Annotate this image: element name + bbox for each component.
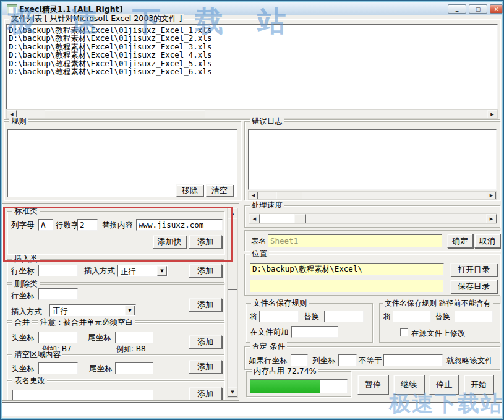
scroll-left-button[interactable]: ◀ xyxy=(249,214,260,223)
insert-mode-select[interactable]: 正行 ▼ xyxy=(117,265,168,277)
file-list-item[interactable]: D:\backup\教程素材\Excel\01jisuxz_Excel_2.xl… xyxy=(7,34,497,42)
dropdown-arrow-icon[interactable]: ▼ xyxy=(125,306,135,315)
hscroll-thumb[interactable] xyxy=(45,110,205,118)
speed-thumb[interactable] xyxy=(294,214,306,223)
merge-tail-input[interactable] xyxy=(115,332,153,343)
operations-vscrollbar[interactable]: ▲ ▼ xyxy=(227,208,238,398)
insert-row-input[interactable] xyxy=(38,265,78,276)
location-group-label: 位置 xyxy=(250,249,269,258)
vscroll-thumb[interactable] xyxy=(228,218,237,290)
clear-tail-input[interactable] xyxy=(115,362,153,374)
condition-value-input[interactable] xyxy=(383,354,443,366)
replace-input[interactable] xyxy=(455,311,493,322)
rules-clear-button[interactable]: 清空 xyxy=(206,184,233,197)
dropdown-arrow-icon[interactable]: ▼ xyxy=(157,266,167,276)
add-fast-button[interactable]: 添加快 xyxy=(153,235,186,249)
speed-slider[interactable]: ◀ ▶ xyxy=(249,213,497,224)
scroll-right-button[interactable]: ▶ xyxy=(487,192,496,199)
row-number-input[interactable] xyxy=(77,219,98,231)
rename-group: 表名更改 添加 xyxy=(7,380,224,401)
delete-group: 删除类 行坐标 插入方式 正行 ▼ 添加 xyxy=(7,284,224,321)
file-list-item[interactable]: D:\backup\教程素材\Excel\01jisuxz_Excel_1.xl… xyxy=(7,26,497,34)
clear-area-group-label: 清空区域内容 xyxy=(12,350,62,359)
scroll-left-button[interactable]: ◀ xyxy=(249,192,258,199)
rename-input[interactable] xyxy=(12,390,153,401)
delete-mode-value: 正行 xyxy=(53,306,68,317)
delete-mode-select[interactable]: 正行 ▼ xyxy=(49,304,136,317)
speed-group-label: 处理速度 xyxy=(250,201,284,210)
standard-group-label: 标准类 xyxy=(12,207,40,215)
delete-row-label: 行坐标 xyxy=(11,291,35,301)
merge-add-button[interactable]: 添加 xyxy=(189,335,222,349)
title-bar: Execl精灵1.1 [ALL Right] ▬ ▢ ✕ xyxy=(2,2,502,15)
file-list-item[interactable]: D:\backup\教程素材\Excel\01jisuxz_Excel_3.xl… xyxy=(7,43,497,51)
insert-mode-label: 插入方式 xyxy=(84,266,115,276)
arrow-up-icon: ▲ xyxy=(231,211,234,216)
rules-remove-button[interactable]: 移除 xyxy=(176,184,203,197)
col-letter-input[interactable] xyxy=(38,219,53,231)
clear-head-input[interactable] xyxy=(38,362,78,374)
row-number-label: 行数字 xyxy=(56,220,79,231)
condition-col-input[interactable] xyxy=(338,354,357,366)
replace-content-input[interactable] xyxy=(136,219,223,231)
delete-add-button[interactable]: 添加 xyxy=(189,298,222,312)
minimize-button[interactable]: ▬ xyxy=(448,4,466,14)
hscroll-thumb[interactable] xyxy=(276,192,302,199)
save-dir-input[interactable] xyxy=(250,280,444,293)
error-log-group-label: 错误日志 xyxy=(250,117,284,126)
cancel-button[interactable]: 取消 xyxy=(474,234,500,248)
pause-button[interactable]: 暂停 xyxy=(357,375,388,395)
close-button[interactable]: ✕ xyxy=(490,4,503,14)
memory-label: 内存占用 72.74% xyxy=(252,367,318,375)
col-label: 列坐标 xyxy=(312,356,336,366)
merge-head-input[interactable] xyxy=(38,332,78,343)
sheet-name-frame: 表名 确定 取消 xyxy=(244,230,500,251)
insert-add-button[interactable]: 添加 xyxy=(189,264,222,278)
will-input[interactable] xyxy=(259,311,299,322)
replace-input[interactable] xyxy=(324,311,364,322)
error-log-hscrollbar[interactable]: ◀ ▶ xyxy=(248,191,497,200)
clear-area-add-button[interactable]: 添加 xyxy=(189,360,222,374)
ok-button[interactable]: 确定 xyxy=(447,234,473,248)
sheet-name-label: 表名 xyxy=(251,236,267,247)
standard-add-button[interactable]: 添加 xyxy=(189,235,222,249)
scroll-up-button[interactable]: ▲ xyxy=(228,208,237,218)
open-dir-button[interactable]: 打开目录 xyxy=(450,263,497,276)
speed-group: 处理速度 ◀ ▶ xyxy=(244,205,500,228)
rules-group-label: 规则 xyxy=(9,117,28,126)
scroll-down-button[interactable]: ▼ xyxy=(228,387,237,397)
error-log-list[interactable] xyxy=(248,129,497,190)
if-row-label: 如果行坐标 xyxy=(249,356,288,366)
save-dir-button[interactable]: 保存目录 xyxy=(450,280,497,293)
merge-tail-label: 尾坐标 xyxy=(88,333,111,343)
merge-tail-hint: 例如: B8 xyxy=(116,344,146,354)
arrow-right-icon: ▶ xyxy=(490,112,493,117)
modify-source-checkbox[interactable] xyxy=(400,328,408,336)
open-dir-input[interactable] xyxy=(250,263,444,276)
scroll-right-button[interactable]: ▶ xyxy=(486,214,497,223)
rename-add-button[interactable]: 添加 xyxy=(189,387,222,401)
resume-button[interactable]: 继续 xyxy=(393,375,424,395)
speed-track-page[interactable] xyxy=(260,214,294,223)
will-input[interactable] xyxy=(393,311,431,322)
merge-group-label: 合并 xyxy=(12,318,32,327)
maximize-button[interactable]: ▢ xyxy=(469,4,487,14)
file-list-item[interactable]: D:\backup\教程素材\Excel\01jisuxz_Excel_6.xl… xyxy=(7,67,497,75)
insert-row-label: 行坐标 xyxy=(11,266,35,276)
filename-rule2-group: 文件名保存规则 路径前不能含有 将 替换 在源文件上修改 xyxy=(379,303,500,343)
delete-mode-label: 插入方式 xyxy=(11,307,42,317)
filename-rule-group: 文件名保存规则 将 替换 在文件前加 xyxy=(246,303,373,343)
condition-row-input[interactable] xyxy=(291,354,308,366)
app-window: Execl精灵1.1 [ALL Right] ▬ ▢ ✕ 文件列表 [ 只针对M… xyxy=(0,0,504,420)
file-list-item[interactable]: D:\backup\教程素材\Excel\01jisuxz_Excel_5.xl… xyxy=(7,59,497,67)
status-bar xyxy=(2,402,502,416)
file-list-item[interactable]: D:\backup\教程素材\Excel\01jisuxz_Excel_4.xl… xyxy=(7,51,497,59)
prefix-input[interactable] xyxy=(291,326,338,338)
start-button[interactable]: 开始 xyxy=(464,375,493,395)
file-list: D:\backup\教程素材\Excel\01jisuxz_Excel_1.xl… xyxy=(6,24,498,109)
scroll-right-button[interactable]: ▶ xyxy=(487,110,497,118)
rules-group: 规则 移除 清空 xyxy=(4,121,241,200)
sheet-name-input[interactable] xyxy=(268,234,442,247)
stop-button[interactable]: 停止 xyxy=(429,375,459,395)
delete-row-input[interactable] xyxy=(38,288,78,300)
